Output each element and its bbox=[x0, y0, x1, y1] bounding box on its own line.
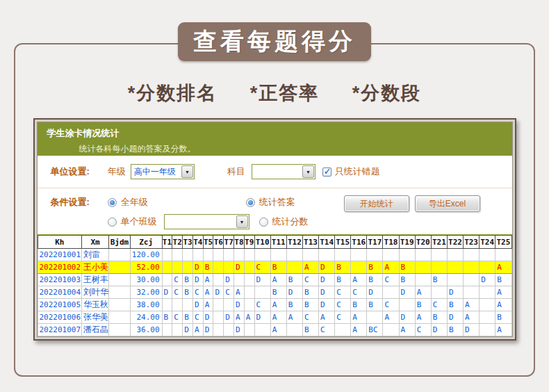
cell-xm: 王小美 bbox=[82, 261, 109, 274]
subject-dropdown[interactable]: ▼ bbox=[252, 164, 316, 179]
results-table-wrap: KhXmBjdmZcjT1T2T3T4T5T6T7T8T9T10T11T12T1… bbox=[38, 234, 512, 336]
cell-answer bbox=[415, 249, 431, 261]
cell-zcj: 24.00 bbox=[130, 311, 162, 324]
table-row[interactable]: 202201005华玉秋38.00DADCABBDCBBCBCBAA bbox=[38, 299, 511, 311]
cell-answer: D bbox=[447, 286, 463, 299]
cell-answer bbox=[224, 261, 234, 274]
cell-answer: B bbox=[286, 274, 302, 286]
cell-answer: D bbox=[234, 324, 245, 336]
cell-answer bbox=[286, 249, 302, 261]
cell-answer bbox=[319, 249, 335, 261]
cell-answer bbox=[213, 299, 224, 311]
cell-answer: C bbox=[415, 324, 431, 336]
cell-answer: D bbox=[213, 286, 224, 299]
whole-grade-label: 全年级 bbox=[121, 196, 148, 209]
tagline-item: *分数段 bbox=[352, 81, 422, 106]
cell-answer bbox=[172, 261, 183, 274]
cell-answer bbox=[464, 249, 480, 261]
cell-bjdm bbox=[109, 324, 131, 336]
cell-xm: 刘雷 bbox=[82, 249, 109, 261]
cell-answer: D bbox=[319, 286, 335, 299]
promo-frame: 查看每题得分 *分数排名 *正答率 *分数段 学生涂卡情况统计 统计各科每小题的… bbox=[14, 43, 535, 377]
cell-answer: D bbox=[464, 324, 480, 336]
cell-answer: D bbox=[192, 274, 203, 286]
cell-answer bbox=[447, 261, 463, 274]
cell-answer bbox=[302, 249, 318, 261]
table-row[interactable]: 202201003王树丰30.00CBDADDABCDBABCBBDB bbox=[38, 274, 511, 286]
cell-answer: D bbox=[399, 311, 415, 324]
cell-answer bbox=[415, 274, 431, 286]
cell-answer bbox=[183, 261, 193, 274]
export-excel-button[interactable]: 导出Excel bbox=[415, 195, 480, 212]
only-wrong-checkbox[interactable] bbox=[322, 168, 331, 177]
col-t17: T17 bbox=[367, 236, 383, 249]
cell-kh: 202201002 bbox=[38, 261, 82, 274]
cell-answer: A bbox=[351, 311, 367, 324]
chevron-down-icon[interactable]: ▼ bbox=[181, 165, 193, 178]
cell-answer: D bbox=[224, 274, 234, 286]
cell-answer: A bbox=[383, 261, 399, 274]
table-row[interactable]: 202201006张华美24.00BCBCDDAADAACACAADABDAB bbox=[38, 311, 511, 324]
grade-dropdown[interactable]: 高中一年级 ▼ bbox=[131, 164, 195, 179]
cell-answer: B bbox=[495, 311, 511, 324]
col-t14: T14 bbox=[319, 236, 335, 249]
radio-single-class[interactable] bbox=[108, 218, 117, 227]
table-row[interactable]: 202201004刘叶华32.00DCBCADCABDBDCCDDADA bbox=[38, 286, 511, 299]
start-stats-button[interactable]: 开始统计 bbox=[344, 195, 409, 212]
cell-answer bbox=[162, 274, 172, 286]
cell-answer: A bbox=[351, 274, 367, 286]
cell-answer bbox=[203, 249, 213, 261]
cell-answer: A bbox=[270, 299, 286, 311]
grade-label: 年级 bbox=[108, 165, 126, 178]
subject-label: 科目 bbox=[227, 165, 245, 178]
cell-answer: D bbox=[203, 311, 213, 324]
dialog-header: 学生涂卡情况统计 统计各科每小题的答案及分数。 bbox=[38, 122, 512, 156]
radio-stat-score[interactable] bbox=[259, 218, 268, 227]
radio-whole-grade[interactable] bbox=[108, 198, 117, 207]
cell-answer: C bbox=[192, 286, 203, 299]
table-row[interactable]: 202201002王小美52.00DBDCBADBBABA bbox=[38, 261, 511, 274]
cell-answer: B bbox=[302, 324, 318, 336]
col-t15: T15 bbox=[335, 236, 351, 249]
cell-answer bbox=[399, 249, 415, 261]
chevron-down-icon[interactable]: ▼ bbox=[236, 215, 248, 228]
cell-answer: A bbox=[383, 311, 399, 324]
cell-answer: B bbox=[270, 261, 286, 274]
cell-answer: D bbox=[192, 299, 203, 311]
cell-zcj: 32.00 bbox=[130, 286, 162, 299]
cell-answer: C bbox=[383, 274, 399, 286]
results-table: KhXmBjdmZcjT1T2T3T4T5T6T7T8T9T10T11T12T1… bbox=[38, 235, 512, 336]
class-dropdown[interactable]: ▼ bbox=[164, 214, 249, 229]
cell-answer: B bbox=[335, 261, 351, 274]
cell-answer: B bbox=[431, 311, 447, 324]
cell-answer bbox=[244, 249, 254, 261]
cell-answer bbox=[224, 324, 234, 336]
cell-answer: D bbox=[367, 286, 383, 299]
cell-answer bbox=[234, 274, 245, 286]
cell-answer bbox=[335, 249, 351, 261]
cell-answer: B bbox=[399, 261, 415, 274]
table-row[interactable]: 202201001刘雷120.00 bbox=[38, 249, 511, 261]
cell-answer: B bbox=[415, 299, 431, 311]
cell-answer bbox=[162, 261, 172, 274]
chevron-down-icon[interactable]: ▼ bbox=[302, 165, 314, 178]
cell-answer: C bbox=[172, 286, 183, 299]
cell-answer: D bbox=[319, 299, 335, 311]
cell-answer bbox=[351, 261, 367, 274]
cell-zcj: 36.00 bbox=[130, 324, 162, 336]
cell-answer bbox=[254, 286, 270, 299]
table-row[interactable]: 202201007潘石晶36.00DADDABCABCACDBDA bbox=[38, 324, 511, 336]
radio-stat-answer[interactable] bbox=[246, 198, 255, 207]
cell-answer bbox=[447, 274, 463, 286]
col-t22: T22 bbox=[447, 236, 463, 249]
cell-answer: C bbox=[335, 311, 351, 324]
cell-answer: B bbox=[367, 261, 383, 274]
col-xm: Xm bbox=[82, 236, 109, 249]
col-t3: T3 bbox=[183, 236, 193, 249]
col-t23: T23 bbox=[464, 236, 480, 249]
cell-answer bbox=[224, 299, 234, 311]
cell-answer bbox=[383, 324, 399, 336]
cell-answer bbox=[172, 299, 183, 311]
unit-settings-row: 单位设置: 年级 高中一年级 ▼ 科目 ▼ 只统计错题 bbox=[38, 156, 512, 188]
cell-answer: A bbox=[203, 286, 213, 299]
